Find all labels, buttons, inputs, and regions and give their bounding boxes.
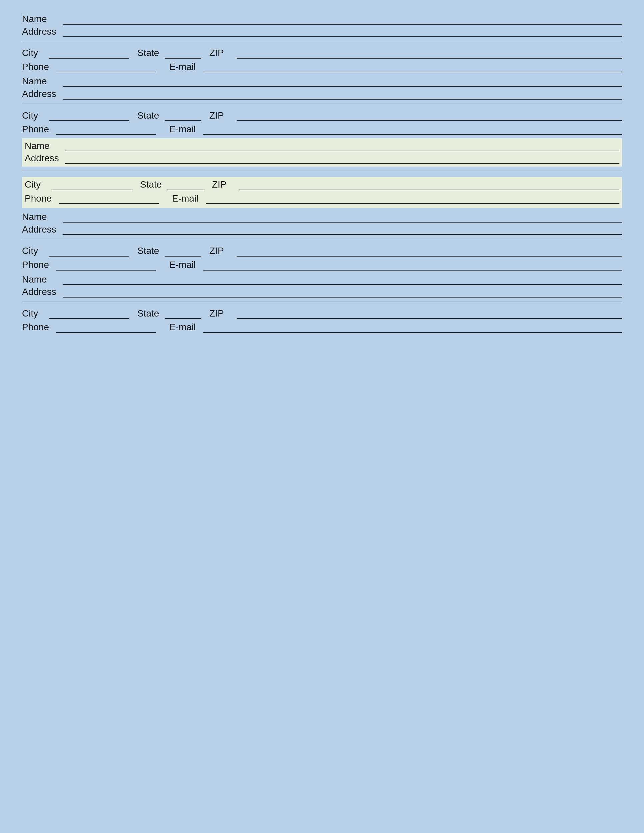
address-field-3[interactable] xyxy=(65,154,619,164)
phone-row-4: Phone E-mail xyxy=(22,259,622,270)
zip-label-3: ZIP xyxy=(212,179,235,190)
phone-field-1[interactable] xyxy=(56,63,156,72)
email-field-3[interactable] xyxy=(206,195,619,204)
address-field-1[interactable] xyxy=(63,28,622,37)
phone-label-4: Phone xyxy=(22,259,52,270)
name-field-3[interactable] xyxy=(65,142,619,151)
phone-row-5: Phone E-mail xyxy=(22,322,622,333)
city-field-1[interactable] xyxy=(49,49,129,59)
city-field-4[interactable] xyxy=(49,247,129,257)
phone-row-2: Phone E-mail xyxy=(22,124,622,135)
address-label-4: Address xyxy=(22,224,59,235)
email-field-1[interactable] xyxy=(203,63,622,72)
email-label-4: E-mail xyxy=(169,259,199,270)
name-row-5: Name xyxy=(22,274,622,285)
zip-field-3[interactable] xyxy=(239,181,619,190)
state-field-5[interactable] xyxy=(165,310,201,319)
phone-field-5[interactable] xyxy=(56,323,156,333)
address-row-3: Address xyxy=(25,153,619,164)
phone-row-3: Phone E-mail xyxy=(25,193,619,204)
address-row-4: Address xyxy=(22,224,622,235)
name-label-4: Name xyxy=(22,211,59,223)
city-row-1: City State ZIP xyxy=(22,47,622,59)
divider-4 xyxy=(22,239,622,239)
entry-3: Name Address City State ZIP Phone E-mail xyxy=(22,138,622,208)
state-label-4: State xyxy=(137,245,161,257)
state-field-4[interactable] xyxy=(165,247,201,257)
city-row-4: City State ZIP xyxy=(22,245,622,257)
name-field-5[interactable] xyxy=(63,275,622,285)
state-label-2: State xyxy=(137,110,161,121)
state-field-3[interactable] xyxy=(167,181,204,190)
entry-1: Name Address City State ZIP Phone E-mail xyxy=(22,13,622,72)
zip-field-5[interactable] xyxy=(237,310,622,319)
divider-1 xyxy=(22,41,622,41)
city-label-1: City xyxy=(22,47,45,59)
zip-field-2[interactable] xyxy=(237,112,622,121)
name-row-2: Name xyxy=(22,76,622,87)
email-label-5: E-mail xyxy=(169,322,199,333)
zip-label-4: ZIP xyxy=(209,245,233,257)
city-label-5: City xyxy=(22,308,45,319)
divider-3 xyxy=(22,170,622,171)
name-label-1: Name xyxy=(22,13,59,25)
name-field-2[interactable] xyxy=(63,78,622,87)
city-row-3: City State ZIP xyxy=(25,179,619,190)
name-highlighted-3: Name Address xyxy=(22,138,622,167)
phone-field-4[interactable] xyxy=(56,261,156,270)
name-label-5: Name xyxy=(22,274,59,285)
city-field-3[interactable] xyxy=(52,181,132,190)
address-label-1: Address xyxy=(22,26,59,37)
name-row-3: Name xyxy=(25,140,619,151)
city-row-5: City State ZIP xyxy=(22,308,622,319)
email-label-1: E-mail xyxy=(169,61,199,72)
zip-label-5: ZIP xyxy=(209,308,233,319)
zip-label-2: ZIP xyxy=(209,110,233,121)
phone-label-3: Phone xyxy=(25,193,55,204)
email-field-5[interactable] xyxy=(203,323,622,333)
address-field-2[interactable] xyxy=(63,90,622,100)
zip-field-1[interactable] xyxy=(237,49,622,59)
phone-field-3[interactable] xyxy=(59,195,159,204)
zip-field-4[interactable] xyxy=(237,247,622,257)
phone-label-5: Phone xyxy=(22,322,52,333)
email-label-2: E-mail xyxy=(169,124,199,135)
address-row-1: Address xyxy=(22,26,622,37)
name-row-1: Name xyxy=(22,13,622,25)
address-label-2: Address xyxy=(22,88,59,100)
name-field-1[interactable] xyxy=(63,15,622,25)
entry-2: Name Address City State ZIP Phone E-mail xyxy=(22,76,622,135)
phone-field-2[interactable] xyxy=(56,125,156,135)
address-label-5: Address xyxy=(22,286,59,298)
state-label-1: State xyxy=(137,47,161,59)
address-label-3: Address xyxy=(25,153,61,164)
name-label-2: Name xyxy=(22,76,59,87)
email-field-2[interactable] xyxy=(203,125,622,135)
entry-4: Name Address City State ZIP Phone E-mail xyxy=(22,211,622,270)
name-label-3: Name xyxy=(25,140,61,151)
address-row-2: Address xyxy=(22,88,622,100)
state-label-3: State xyxy=(140,179,163,190)
name-row-4: Name xyxy=(22,211,622,223)
email-label-3: E-mail xyxy=(172,193,202,204)
city-field-5[interactable] xyxy=(49,310,129,319)
email-field-4[interactable] xyxy=(203,261,622,270)
state-label-5: State xyxy=(137,308,161,319)
phone-row-1: Phone E-mail xyxy=(22,61,622,72)
address-row-5: Address xyxy=(22,286,622,298)
city-label-4: City xyxy=(22,245,45,257)
city-row-2: City State ZIP xyxy=(22,110,622,121)
phone-label-2: Phone xyxy=(22,124,52,135)
form-container: Name Address City State ZIP Phone E-mail… xyxy=(22,13,622,333)
city-label-2: City xyxy=(22,110,45,121)
state-field-1[interactable] xyxy=(165,49,201,59)
name-field-4[interactable] xyxy=(63,213,622,223)
city-field-2[interactable] xyxy=(49,112,129,121)
city-highlighted-3: City State ZIP Phone E-mail xyxy=(22,177,622,208)
address-field-5[interactable] xyxy=(63,288,622,298)
entry-5: Name Address City State ZIP Phone E-mail xyxy=(22,274,622,333)
address-field-4[interactable] xyxy=(63,225,622,235)
phone-label-1: Phone xyxy=(22,61,52,72)
zip-label-1: ZIP xyxy=(209,47,233,59)
state-field-2[interactable] xyxy=(165,112,201,121)
